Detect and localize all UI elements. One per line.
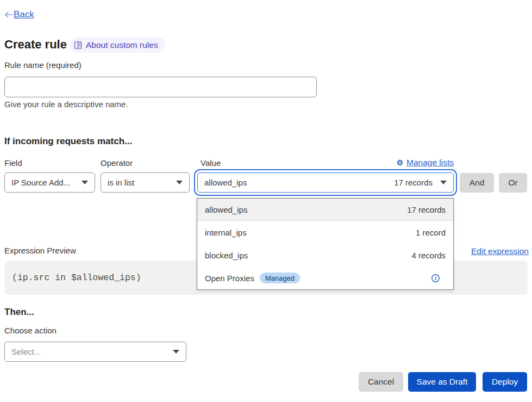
svg-text:i: i	[435, 275, 437, 281]
